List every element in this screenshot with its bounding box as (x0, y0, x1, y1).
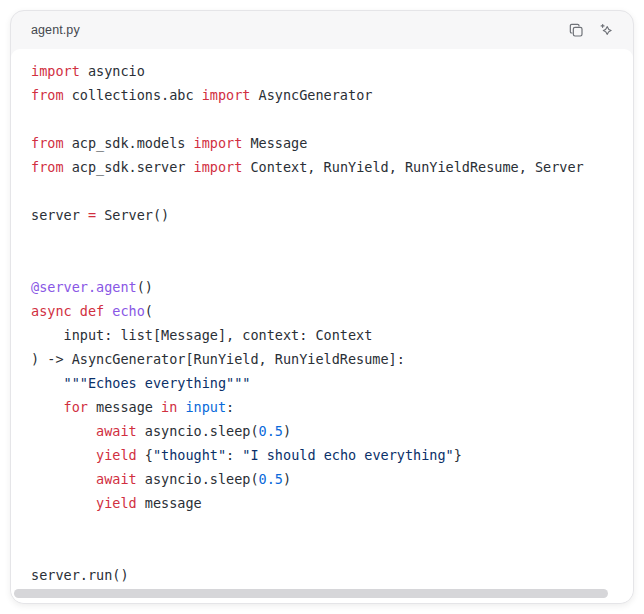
code-line: input: list[Message], context: Context (31, 323, 633, 347)
header-actions (568, 22, 615, 39)
code-line (31, 107, 633, 131)
ai-assist-button[interactable] (598, 22, 615, 39)
code-line (31, 539, 633, 563)
horizontal-scrollbar-thumb[interactable] (14, 589, 608, 598)
code-line: ) -> AsyncGenerator[RunYield, RunYieldRe… (31, 347, 633, 371)
code-line: await asyncio.sleep(0.5) (31, 467, 633, 491)
code-block-card: agent.py (10, 10, 634, 604)
code-line: yield message (31, 491, 633, 515)
code-line (31, 227, 633, 251)
code-content: import asynciofrom collections.abc impor… (11, 49, 633, 587)
copy-button[interactable] (568, 22, 584, 38)
code-line: import asyncio (31, 59, 633, 83)
code-line: yield {"thought": "I should echo everyth… (31, 443, 633, 467)
code-line: async def echo( (31, 299, 633, 323)
code-line: from collections.abc import AsyncGenerat… (31, 83, 633, 107)
code-line (31, 251, 633, 275)
code-line: server.run() (31, 563, 633, 587)
code-block-header: agent.py (11, 11, 633, 49)
code-line: @server.agent() (31, 275, 633, 299)
code-line: for message in input: (31, 395, 633, 419)
code-line (31, 515, 633, 539)
code-line: await asyncio.sleep(0.5) (31, 419, 633, 443)
file-name: agent.py (31, 23, 80, 37)
code-line: from acp_sdk.models import Message (31, 131, 633, 155)
page: agent.py (0, 0, 644, 614)
sparkle-icon (598, 22, 615, 39)
code-line: """Echoes everything""" (31, 371, 633, 395)
code-line: server = Server() (31, 203, 633, 227)
copy-icon (568, 22, 584, 38)
code-area: import asynciofrom collections.abc impor… (11, 49, 633, 603)
code-line (31, 179, 633, 203)
code-line: from acp_sdk.server import Context, RunY… (31, 155, 633, 179)
